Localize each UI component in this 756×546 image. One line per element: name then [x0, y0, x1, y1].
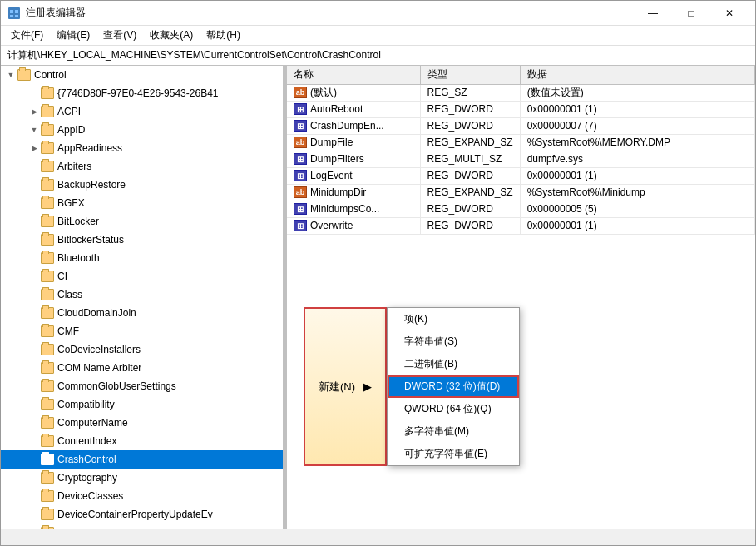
tree-item[interactable]: CoDeviceInstallers	[1, 340, 283, 359]
tree-item[interactable]: ▶AppReadiness	[1, 139, 283, 157]
tree-item[interactable]: BitLocker	[1, 212, 283, 231]
table-row[interactable]: ⊞AutoRebootREG_DWORD0x00000001 (1)	[287, 101, 755, 117]
tree-item[interactable]: Bluetooth	[1, 249, 283, 267]
tree-item[interactable]: ComputerName	[1, 414, 283, 432]
entry-name: ⊞MinidumpsCo...	[287, 201, 420, 217]
expand-icon	[27, 178, 41, 191]
tree-item[interactable]: DeviceContainers	[1, 524, 283, 529]
expand-icon	[27, 196, 41, 210]
menu-edit[interactable]: 编辑(E)	[50, 27, 96, 44]
tree-item[interactable]: Cryptography	[1, 469, 283, 487]
window-controls: — □ ✕	[634, 1, 749, 26]
tree-scroll[interactable]: ▼ Control {7746D80F-97E0-4E26-9543-26B41…	[1, 66, 283, 529]
new-button[interactable]: 新建(N) ▶	[304, 307, 387, 466]
folder-icon	[41, 527, 54, 529]
tree-item[interactable]: CloudDomainJoin	[1, 304, 283, 322]
folder-icon	[41, 216, 54, 227]
tree-label: CommonGlobUserSettings	[57, 380, 176, 392]
col-type[interactable]: 类型	[420, 66, 520, 84]
col-data[interactable]: 数据	[520, 66, 754, 84]
tree-item[interactable]: BitlockerStatus	[1, 231, 283, 249]
menu-favorites[interactable]: 收藏夹(A)	[143, 27, 200, 44]
tree-label: Bluetooth	[57, 252, 100, 264]
svg-rect-2	[15, 10, 18, 13]
tree-item[interactable]: CI	[1, 267, 283, 285]
folder-icon	[41, 454, 54, 465]
tree-item[interactable]: COM Name Arbiter	[1, 359, 283, 377]
submenu-item[interactable]: 可扩充字符串值(E)	[388, 443, 519, 465]
minimize-button[interactable]: —	[634, 1, 672, 26]
table-row[interactable]: abMinidumpDirREG_EXPAND_SZ%SystemRoot%\M…	[287, 184, 755, 201]
table-row[interactable]: ⊞OverwriteREG_DWORD0x00000001 (1)	[287, 217, 755, 234]
table-row[interactable]: ⊞DumpFiltersREG_MULTI_SZdumpfve.sys	[287, 151, 755, 167]
folder-icon	[41, 271, 54, 282]
tree-item[interactable]: ▶ACPI	[1, 102, 283, 121]
tree-item[interactable]: ▼AppID	[1, 121, 283, 139]
folder-icon	[41, 509, 54, 520]
entry-type: REG_DWORD	[420, 201, 520, 217]
table-row[interactable]: abDumpFileREG_EXPAND_SZ%SystemRoot%\MEMO…	[287, 134, 755, 151]
entry-type: REG_DWORD	[420, 101, 520, 117]
context-menu-area: 新建(N) ▶ 项(K)字符串值(S)二进制值(B)DWORD (32 位)值(…	[304, 307, 520, 466]
expand-icon-control: ▼	[4, 68, 17, 82]
tree-label: DeviceClasses	[57, 490, 123, 502]
tree-item[interactable]: BackupRestore	[1, 176, 283, 194]
tree-item[interactable]: BGFX	[1, 194, 283, 212]
entry-name: ⊞Overwrite	[287, 217, 420, 234]
folder-icon	[41, 362, 54, 374]
tree-item[interactable]: CMF	[1, 322, 283, 340]
table-row[interactable]: ⊞MinidumpsCo...REG_DWORD0x00000005 (5)	[287, 201, 755, 217]
tree-item-control[interactable]: ▼ Control	[1, 66, 283, 84]
entry-data: dumpfve.sys	[520, 151, 754, 167]
tree-item[interactable]: ContentIndex	[1, 432, 283, 450]
tree-item[interactable]: Arbiters	[1, 157, 283, 176]
menubar: 文件(F) 编辑(E) 查看(V) 收藏夹(A) 帮助(H)	[1, 26, 755, 46]
folder-icon	[41, 344, 54, 355]
tree-label: Compatibility	[57, 399, 115, 410]
menu-file[interactable]: 文件(F)	[4, 27, 50, 44]
table-row[interactable]: ⊞LogEventREG_DWORD0x00000001 (1)	[287, 167, 755, 184]
entry-data: 0x00000007 (7)	[520, 117, 754, 134]
folder-icon	[41, 435, 54, 447]
folder-icon	[41, 179, 54, 191]
entry-data: %SystemRoot%\Minidump	[520, 184, 754, 201]
tree-item[interactable]: CrashControl	[1, 450, 283, 469]
expand-icon	[27, 343, 41, 356]
tree-item[interactable]: DeviceContainerPropertyUpdateEv	[1, 505, 283, 524]
entry-type: REG_DWORD	[420, 167, 520, 184]
tree-label: CrashControl	[57, 454, 116, 465]
grid-icon: ⊞	[294, 120, 307, 132]
right-panel: 名称 类型 数据 ab(默认)REG_SZ(数值未设置)⊞AutoRebootR…	[287, 66, 755, 529]
table-row[interactable]: ⊞CrashDumpEn...REG_DWORD0x00000007 (7)	[287, 117, 755, 134]
submenu-item[interactable]: 多字符串值(M)	[388, 420, 519, 443]
tree-label: CI	[57, 271, 67, 282]
entry-data: %SystemRoot%\MEMORY.DMP	[520, 134, 754, 151]
submenu-item[interactable]: DWORD (32 位)值(D)	[388, 375, 519, 398]
menu-view[interactable]: 查看(V)	[96, 27, 143, 44]
submenu-item[interactable]: QWORD (64 位)(Q)	[388, 398, 519, 420]
col-name[interactable]: 名称	[287, 66, 420, 84]
folder-icon-control	[17, 69, 31, 81]
table-row[interactable]: ab(默认)REG_SZ(数值未设置)	[287, 84, 755, 101]
menu-help[interactable]: 帮助(H)	[200, 27, 247, 44]
submenu-items: 项(K)字符串值(S)二进制值(B)DWORD (32 位)值(D)QWORD …	[388, 308, 519, 465]
expand-icon	[27, 526, 41, 529]
folder-icon	[41, 325, 54, 337]
tree-item[interactable]: DeviceClasses	[1, 487, 283, 505]
tree-item[interactable]: Class	[1, 285, 283, 304]
submenu-item[interactable]: 字符串值(S)	[388, 330, 519, 353]
expand-icon	[27, 288, 41, 301]
grid-icon: ⊞	[294, 153, 307, 165]
submenu-item[interactable]: 项(K)	[388, 308, 519, 330]
tree-item[interactable]: Compatibility	[1, 395, 283, 414]
tree-label: COM Name Arbiter	[57, 362, 141, 374]
tree-item[interactable]: CommonGlobUserSettings	[1, 377, 283, 395]
tree-item[interactable]: {7746D80F-97E0-4E26-9543-26B41	[1, 84, 283, 102]
submenu-item[interactable]: 二进制值(B)	[388, 353, 519, 375]
close-button[interactable]: ✕	[710, 1, 749, 26]
expand-icon	[27, 251, 41, 265]
maximize-button[interactable]: □	[672, 1, 710, 26]
statusbar	[1, 529, 755, 545]
entry-type: REG_DWORD	[420, 117, 520, 134]
entry-data: (数值未设置)	[520, 84, 754, 101]
